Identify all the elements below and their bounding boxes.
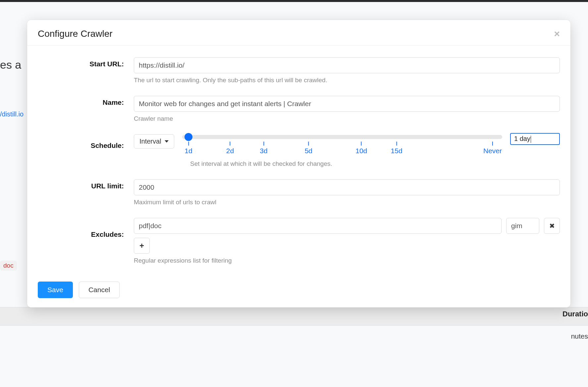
bg-row-minutes: nutes: [571, 332, 588, 340]
schedule-mode-select[interactable]: Interval: [134, 134, 174, 149]
tick-label: 5d: [305, 147, 312, 155]
slider-tick[interactable]: 5d: [305, 142, 312, 155]
tick-label: Never: [483, 147, 502, 155]
slider-tick[interactable]: 15d: [391, 142, 402, 155]
bg-table-header: [0, 307, 588, 326]
slider-tick[interactable]: 1d: [185, 142, 192, 155]
text-cursor: [531, 136, 531, 143]
remove-exclude-button[interactable]: ✖: [544, 218, 560, 234]
tick-label: 2d: [226, 147, 234, 155]
schedule-label: Schedule:: [38, 134, 134, 150]
name-input[interactable]: [134, 96, 560, 112]
configure-crawler-modal: Configure Crawler × Start URL: The url t…: [27, 20, 570, 307]
close-icon[interactable]: ×: [554, 29, 560, 39]
exclude-pattern-input[interactable]: [134, 218, 502, 234]
tick-mark-icon: [308, 142, 309, 146]
tick-label: 1d: [185, 147, 192, 155]
schedule-value-text: 1 day: [514, 135, 530, 142]
slider-ticks: 1d2d3d5d10d15dNever: [182, 142, 502, 157]
exclude-flags-input[interactable]: [506, 218, 539, 234]
slider-tick[interactable]: 10d: [355, 142, 367, 155]
url-limit-help: Maximum limit of urls to crawl: [134, 199, 560, 206]
tick-mark-icon: [188, 142, 189, 146]
tick-mark-icon: [263, 142, 264, 146]
schedule-value-input[interactable]: 1 day: [510, 133, 560, 145]
url-limit-input[interactable]: [134, 179, 560, 195]
tick-mark-icon: [361, 142, 362, 146]
tick-mark-icon: [230, 142, 231, 146]
save-button[interactable]: Save: [38, 282, 73, 298]
start-url-label: Start URL:: [38, 57, 134, 68]
excludes-label: Excludes:: [38, 218, 134, 238]
schedule-slider[interactable]: [182, 135, 502, 139]
schedule-help: Set interval at which it will be checked…: [190, 160, 560, 167]
start-url-help: The url to start crawling. Only the sub-…: [134, 77, 560, 84]
tick-label: 3d: [260, 147, 267, 155]
add-exclude-button[interactable]: +: [134, 238, 150, 254]
exclude-row: ✖: [134, 218, 560, 234]
excludes-help: Regular expressions list for filtering: [134, 257, 560, 264]
slider-thumb[interactable]: [185, 133, 192, 141]
slider-tick[interactable]: 2d: [226, 142, 234, 155]
tick-label: 15d: [391, 147, 402, 155]
url-limit-label: URL limit:: [38, 179, 134, 190]
modal-title: Configure Crawler: [38, 29, 113, 39]
bg-chip: doc: [0, 261, 17, 271]
name-label: Name:: [38, 96, 134, 106]
slider-tick[interactable]: 3d: [260, 142, 267, 155]
cancel-button[interactable]: Cancel: [79, 282, 120, 298]
name-help: Crawler name: [134, 115, 560, 122]
caret-down-icon: [165, 140, 169, 143]
tick-label: 10d: [355, 147, 367, 155]
start-url-input[interactable]: [134, 57, 560, 73]
tick-mark-icon: [492, 142, 493, 146]
slider-tick[interactable]: Never: [483, 142, 502, 155]
bg-col-duration: Duratio: [562, 310, 588, 318]
schedule-mode-value: Interval: [139, 138, 161, 145]
tick-mark-icon: [396, 142, 397, 146]
